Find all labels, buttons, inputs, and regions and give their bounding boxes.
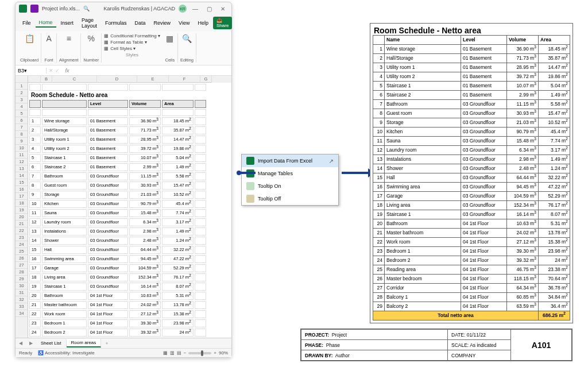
zoom-value: 90% bbox=[219, 350, 228, 356]
title-block: PROJECT: Project DATE: 01/11/22 A101 PHA… bbox=[300, 329, 572, 361]
revit-title: Room Schedule - Netto area bbox=[373, 25, 570, 35]
percent-icon: % bbox=[86, 33, 96, 44]
context-menu: Import Data From ExcelManage TablesToolt… bbox=[241, 154, 339, 206]
view-break-icon[interactable]: ▤ bbox=[177, 350, 181, 356]
menu-data[interactable]: Data bbox=[131, 19, 149, 27]
ribbon: 📋Clipboard AFont ≡Alignment %Number ▦ Co… bbox=[16, 31, 231, 65]
format-as-table[interactable]: ▦ Format as Table ▾ bbox=[104, 40, 160, 45]
ctx-manage-tables[interactable]: Manage Tables bbox=[242, 167, 338, 180]
clipboard-icon: 📋 bbox=[24, 33, 34, 44]
ribbon-cells[interactable]: ▦Cells bbox=[163, 33, 178, 63]
sheet-nav-prev[interactable]: ◀ bbox=[16, 341, 26, 346]
search-icon: 🔍 bbox=[181, 33, 192, 44]
titlebar: Project info.xls... 🔍 Karolis Rudzenskas… bbox=[16, 2, 231, 15]
revit-schedule: Room Schedule - Netto area NameLevelVolu… bbox=[370, 23, 573, 323]
excel-app-icon bbox=[19, 5, 27, 13]
column-headers[interactable]: BCDEFG bbox=[28, 76, 231, 83]
spreadsheet-cells[interactable]: Room Schedule - Netto areaLevelVolumeAre… bbox=[28, 83, 207, 338]
ribbon-number[interactable]: %Number bbox=[81, 33, 102, 63]
share-button[interactable]: 📤 Share bbox=[213, 17, 232, 29]
ribbon-editing[interactable]: 🔍Editing bbox=[178, 33, 196, 63]
search-icon[interactable]: 🔍 bbox=[83, 6, 90, 11]
cells-icon: ▦ bbox=[165, 33, 175, 44]
status-left: Ready bbox=[19, 350, 32, 356]
conditional-formatting[interactable]: ▦ Conditional Formatting ▾ bbox=[104, 33, 160, 38]
row-headers[interactable]: 1234567891011121314151617181920212223242… bbox=[16, 76, 28, 338]
menu-formulas[interactable]: Formulas bbox=[102, 19, 130, 27]
user-name: Karolis Rudzenskas | AGACAD bbox=[104, 6, 175, 11]
ctx-tooltip-on[interactable]: Tooltip On bbox=[242, 180, 338, 192]
filename: Project info.xls... bbox=[42, 6, 80, 11]
cell-styles[interactable]: ▦ Cell Styles ▾ bbox=[104, 46, 160, 51]
formula-bar: B3 ▾ ✕ ✓ fx bbox=[16, 65, 231, 76]
sheet-nav-next[interactable]: ▶ bbox=[26, 341, 36, 346]
sheet-number: A101 bbox=[511, 330, 572, 361]
zoom-slider[interactable] bbox=[188, 352, 211, 354]
sheet-tabs: ◀ ▶ Sheet ListRoom areas＋ bbox=[16, 338, 231, 348]
menu-review[interactable]: Review bbox=[150, 19, 175, 27]
menu-file[interactable]: File bbox=[19, 19, 34, 27]
grid[interactable]: 1234567891011121314151617181920212223242… bbox=[16, 76, 231, 338]
close-button[interactable]: ✕ bbox=[218, 5, 228, 13]
ctx-import-data-from-excel[interactable]: Import Data From Excel bbox=[242, 154, 338, 167]
font-icon: A bbox=[44, 33, 54, 44]
ribbon-styles: ▦ Conditional Formatting ▾ ▦ Format as T… bbox=[102, 33, 163, 57]
menu-help[interactable]: Help bbox=[194, 19, 212, 27]
sheet-tab-sheet-list[interactable]: Sheet List bbox=[36, 339, 67, 347]
menu-page-layout[interactable]: Page Layout bbox=[78, 16, 100, 30]
sheet-tab-room-areas[interactable]: Room areas bbox=[67, 339, 102, 347]
view-normal-icon[interactable]: ▦ bbox=[163, 350, 168, 356]
ribbon-font[interactable]: AFont bbox=[41, 33, 57, 63]
ribbon-clipboard[interactable]: 📋Clipboard bbox=[18, 33, 41, 63]
view-page-icon[interactable]: ▥ bbox=[170, 350, 175, 356]
excel-window: Project info.xls... 🔍 Karolis Rudzenskas… bbox=[15, 2, 232, 358]
revit-table: NameLevelVolumeArea1Wine storage01 Basem… bbox=[373, 35, 570, 320]
ribbon-alignment[interactable]: ≡Alignment bbox=[57, 33, 81, 63]
fx-label: fx bbox=[62, 68, 73, 74]
menu-home[interactable]: Home bbox=[36, 18, 56, 28]
save-icon[interactable] bbox=[30, 5, 38, 13]
accessibility-status[interactable]: ♿ Accessibility: Investigate bbox=[38, 350, 94, 356]
maximize-button[interactable]: ▢ bbox=[204, 5, 214, 13]
minimize-button[interactable]: — bbox=[190, 5, 200, 13]
menu-insert[interactable]: Insert bbox=[57, 19, 78, 27]
ctx-tooltip-off[interactable]: Tooltip Off bbox=[242, 192, 338, 205]
menu-view[interactable]: View bbox=[175, 19, 193, 27]
add-sheet-button[interactable]: ＋ bbox=[101, 340, 113, 346]
status-bar: Ready ♿ Accessibility: Investigate ▦ ▥ ▤… bbox=[16, 348, 231, 357]
menubar: FileHomeInsertPage LayoutFormulasDataRev… bbox=[16, 15, 231, 31]
flow-arrow-icon bbox=[342, 172, 369, 174]
zoom-in-icon[interactable]: + bbox=[214, 350, 216, 356]
user-avatar[interactable]: KR bbox=[179, 5, 187, 13]
zoom-out-icon[interactable]: − bbox=[184, 350, 187, 356]
name-box[interactable]: B3 ▾ bbox=[16, 68, 47, 74]
styles-group-label: Styles bbox=[104, 52, 160, 57]
align-icon: ≡ bbox=[64, 33, 74, 44]
